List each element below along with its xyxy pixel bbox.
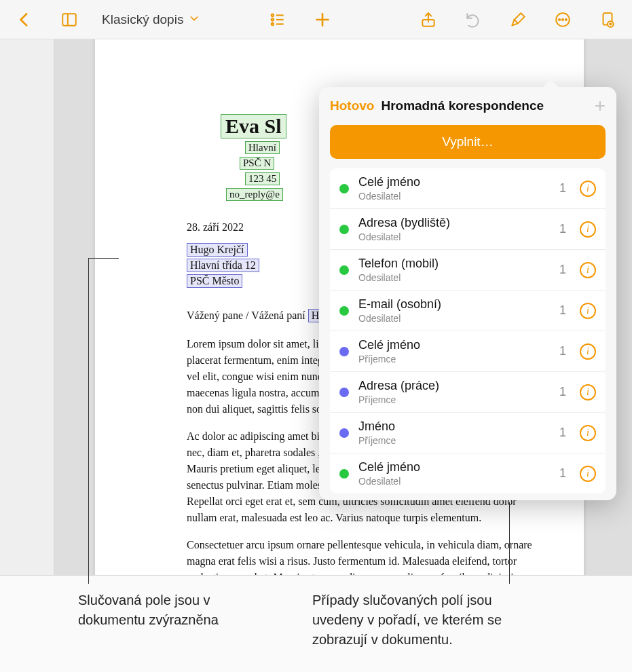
- sidebar-toggle-icon[interactable]: [57, 7, 81, 32]
- merge-field-row[interactable]: Adresa (práce)Příjemce1i: [330, 372, 606, 413]
- status-dot-icon: [339, 428, 349, 438]
- field-count: 1: [559, 303, 566, 318]
- field-text: Adresa (bydliště)Odesilatel: [358, 216, 550, 242]
- mail-merge-popover: Hotovo Hromadná korespondence + Vyplnit……: [319, 87, 616, 500]
- svg-point-6: [272, 22, 274, 24]
- merge-field-list: Celé jménoOdesilatel1iAdresa (bydliště)O…: [330, 168, 606, 493]
- merge-field-sender-name[interactable]: Eva Sl: [221, 114, 286, 138]
- toolbar: Klasický dopis: [0, 0, 632, 39]
- more-icon[interactable]: [551, 7, 575, 32]
- merge-field-recipient-addr2[interactable]: PSČ Město: [187, 274, 242, 288]
- outline-icon[interactable]: [265, 7, 290, 32]
- merge-field-row[interactable]: Celé jménoOdesilatel1i: [330, 168, 606, 209]
- add-field-button[interactable]: +: [595, 96, 606, 115]
- share-icon[interactable]: [416, 7, 441, 32]
- merge-field-sender-phone[interactable]: 123 45: [245, 172, 280, 185]
- field-text: Adresa (práce)Příjemce: [358, 379, 550, 405]
- info-icon[interactable]: i: [580, 466, 596, 482]
- popover-title: Hromadná korespondence: [381, 98, 544, 113]
- info-icon[interactable]: i: [580, 343, 596, 360]
- svg-point-13: [562, 18, 563, 20]
- info-icon[interactable]: i: [580, 262, 596, 278]
- body-paragraph: Consectetuer arcu ipsum ornare pellentes…: [187, 537, 543, 575]
- field-count: 1: [559, 466, 566, 481]
- info-icon[interactable]: i: [580, 384, 596, 400]
- field-text: Celé jménoPříjemce: [358, 338, 550, 365]
- merge-field-sender-addr1[interactable]: Hlavní: [245, 141, 280, 154]
- status-dot-icon: [339, 225, 349, 234]
- merge-field-row[interactable]: Celé jménoOdesilatel1i: [330, 453, 606, 493]
- document-settings-icon[interactable]: [595, 7, 620, 32]
- merge-field-row[interactable]: JménoPříjemce1i: [330, 413, 606, 453]
- document-title: Klasický dopis: [102, 12, 183, 27]
- format-brush-icon[interactable]: [506, 7, 530, 32]
- field-count: 1: [559, 263, 566, 277]
- field-role: Odesilatel: [358, 272, 550, 283]
- field-text: JménoPříjemce: [358, 419, 550, 446]
- status-dot-icon: [339, 469, 349, 479]
- info-icon[interactable]: i: [580, 425, 596, 441]
- popover-header: Hotovo Hromadná korespondence +: [330, 96, 606, 115]
- svg-point-4: [272, 18, 274, 20]
- field-name: Jméno: [358, 419, 550, 434]
- callout-line: [88, 258, 119, 259]
- svg-rect-0: [62, 14, 76, 25]
- fill-button[interactable]: Vyplnit…: [330, 125, 606, 159]
- field-role: Příjemce: [358, 354, 550, 365]
- merge-field-sender-addr2[interactable]: PSČ N: [240, 157, 274, 170]
- field-text: Celé jménoOdesilatel: [358, 460, 550, 487]
- status-dot-icon: [339, 347, 349, 356]
- thumbnail-sidebar[interactable]: [0, 39, 54, 575]
- field-name: E-mail (osobní): [358, 297, 550, 312]
- merge-field-row[interactable]: Celé jménoPříjemce1i: [330, 331, 606, 372]
- field-count: 1: [559, 181, 566, 195]
- add-icon[interactable]: [310, 7, 335, 32]
- field-role: Odesilatel: [358, 313, 550, 324]
- status-dot-icon: [339, 265, 349, 275]
- merge-field-recipient-addr1[interactable]: Hlavní třída 12: [187, 259, 259, 272]
- field-text: Celé jménoOdesilatel: [358, 175, 550, 202]
- svg-point-2: [272, 14, 274, 16]
- field-role: Příjemce: [358, 435, 550, 446]
- field-count: 1: [559, 344, 566, 358]
- field-count: 1: [559, 385, 566, 399]
- field-name: Telefon (mobil): [358, 257, 550, 271]
- back-button[interactable]: [12, 7, 37, 32]
- field-role: Odesilatel: [358, 476, 550, 487]
- field-name: Celé jméno: [358, 338, 550, 352]
- svg-point-12: [559, 18, 560, 20]
- merge-field-row[interactable]: Adresa (bydliště)Odesilatel1i: [330, 209, 606, 250]
- content-area: Eva Sl Hlavní PSČ N 123 45 no_reply@e 28…: [0, 39, 632, 576]
- merge-field-row[interactable]: E-mail (osobní)Odesilatel1i: [330, 291, 606, 331]
- svg-point-17: [610, 23, 611, 24]
- field-name: Celé jméno: [358, 460, 550, 474]
- merge-field-recipient-name[interactable]: Hugo Krejčí: [187, 243, 248, 257]
- status-dot-icon: [339, 388, 349, 397]
- salutation-prefix: Vážený pane / Vážená paní: [187, 310, 308, 321]
- field-role: Odesilatel: [358, 191, 550, 202]
- callout-left: Slučovaná pole jsou v dokumentu zvýrazně…: [78, 591, 255, 630]
- field-text: Telefon (mobil)Odesilatel: [358, 257, 550, 283]
- callout-line: [509, 502, 510, 584]
- field-name: Adresa (práce): [358, 379, 550, 393]
- info-icon[interactable]: i: [580, 303, 596, 319]
- callout-line: [88, 258, 89, 584]
- chevron-down-icon: [189, 12, 200, 27]
- field-count: 1: [559, 222, 566, 236]
- field-count: 1: [559, 426, 566, 440]
- status-dot-icon: [339, 184, 349, 193]
- field-name: Celé jméno: [358, 175, 550, 189]
- undo-icon[interactable]: [461, 7, 485, 32]
- info-icon[interactable]: i: [580, 181, 596, 197]
- document-title-dropdown[interactable]: Klasický dopis: [102, 12, 200, 27]
- callout-right: Případy slučovaných polí jsou uvedeny v …: [312, 591, 536, 650]
- field-text: E-mail (osobní)Odesilatel: [358, 297, 550, 324]
- done-button[interactable]: Hotovo: [330, 98, 374, 113]
- field-role: Odesilatel: [358, 231, 550, 242]
- svg-point-14: [565, 18, 567, 20]
- info-icon[interactable]: i: [580, 221, 596, 238]
- status-dot-icon: [339, 306, 349, 316]
- field-role: Příjemce: [358, 394, 550, 405]
- merge-field-sender-email[interactable]: no_reply@e: [226, 188, 283, 201]
- merge-field-row[interactable]: Telefon (mobil)Odesilatel1i: [330, 250, 606, 291]
